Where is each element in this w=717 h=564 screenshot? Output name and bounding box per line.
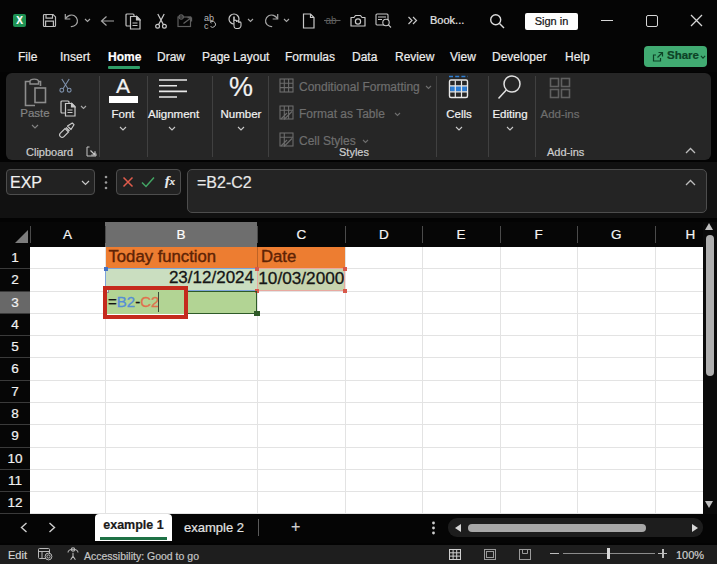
svg-text:c: c (204, 21, 209, 30)
